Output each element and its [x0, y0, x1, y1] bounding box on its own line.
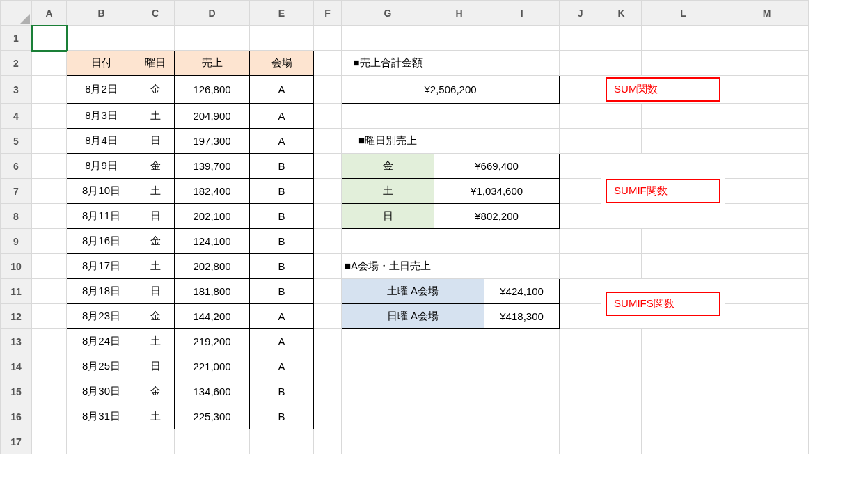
row-header-6[interactable]: 6	[1, 154, 32, 179]
cell-C14[interactable]: 日	[136, 354, 175, 379]
cell-M11[interactable]	[725, 279, 809, 304]
cell-A10[interactable]	[32, 254, 67, 279]
cell-B2[interactable]: 日付	[67, 51, 136, 76]
cell-D17[interactable]	[175, 429, 250, 454]
cell-F13[interactable]	[314, 329, 342, 354]
cell-K10[interactable]	[601, 254, 642, 279]
cell-F14[interactable]	[314, 354, 342, 379]
cell-L16[interactable]	[642, 404, 725, 429]
cell-B4[interactable]: 8月3日	[67, 104, 136, 129]
cell-D8[interactable]: 202,100	[175, 204, 250, 229]
cell-B9[interactable]: 8月16日	[67, 229, 136, 254]
cell-M7[interactable]	[725, 179, 809, 204]
cell-M1[interactable]	[725, 26, 809, 51]
column-header-J[interactable]: J	[560, 1, 601, 26]
cell-I11[interactable]: ¥424,100	[484, 279, 560, 304]
cell-A7[interactable]	[32, 179, 67, 204]
cell-D1[interactable]	[175, 26, 250, 51]
cell-A13[interactable]	[32, 329, 67, 354]
cell-M8[interactable]	[725, 204, 809, 229]
cell-G12[interactable]: 日曜 A会場	[342, 304, 484, 329]
cell-F4[interactable]	[314, 104, 342, 129]
cell-A8[interactable]	[32, 204, 67, 229]
cell-F10[interactable]	[314, 254, 342, 279]
cell-K15[interactable]	[601, 379, 642, 404]
cell-K5[interactable]	[601, 129, 642, 154]
cell-M9[interactable]	[725, 229, 809, 254]
cell-H8[interactable]: ¥802,200	[434, 204, 560, 229]
cell-G9[interactable]	[342, 229, 434, 254]
column-header-M[interactable]: M	[725, 1, 809, 26]
cell-F7[interactable]	[314, 179, 342, 204]
cell-J2[interactable]	[560, 51, 601, 76]
cell-A14[interactable]	[32, 354, 67, 379]
cell-C15[interactable]: 金	[136, 379, 175, 404]
cell-B17[interactable]	[67, 429, 136, 454]
cell-J9[interactable]	[560, 229, 601, 254]
cell-E5[interactable]: A	[250, 129, 314, 154]
cell-J11[interactable]	[560, 279, 601, 304]
cell-D7[interactable]: 182,400	[175, 179, 250, 204]
row-header-8[interactable]: 8	[1, 204, 32, 229]
cell-I14[interactable]	[484, 354, 560, 379]
column-header-L[interactable]: L	[642, 1, 725, 26]
cell-B6[interactable]: 8月9日	[67, 154, 136, 179]
cell-E15[interactable]: B	[250, 379, 314, 404]
cell-A17[interactable]	[32, 429, 67, 454]
cell-J1[interactable]	[560, 26, 601, 51]
cell-E1[interactable]	[250, 26, 314, 51]
cell-D12[interactable]: 144,200	[175, 304, 250, 329]
cell-C17[interactable]	[136, 429, 175, 454]
cell-G16[interactable]	[342, 404, 434, 429]
cell-I1[interactable]	[484, 26, 560, 51]
cell-M15[interactable]	[725, 379, 809, 404]
cell-H1[interactable]	[434, 26, 484, 51]
cell-D16[interactable]: 225,300	[175, 404, 250, 429]
cell-C9[interactable]: 金	[136, 229, 175, 254]
cell-D6[interactable]: 139,700	[175, 154, 250, 179]
cell-G1[interactable]	[342, 26, 434, 51]
row-header-15[interactable]: 15	[1, 379, 32, 404]
column-header-G[interactable]: G	[342, 1, 434, 26]
cell-H7[interactable]: ¥1,034,600	[434, 179, 560, 204]
cell-D13[interactable]: 219,200	[175, 329, 250, 354]
cell-H14[interactable]	[434, 354, 484, 379]
cell-A2[interactable]	[32, 51, 67, 76]
cell-I4[interactable]	[484, 104, 560, 129]
cell-H10[interactable]	[434, 254, 484, 279]
cell-M4[interactable]	[725, 104, 809, 129]
cell-B11[interactable]: 8月18日	[67, 279, 136, 304]
cell-J4[interactable]	[560, 104, 601, 129]
cell-I12[interactable]: ¥418,300	[484, 304, 560, 329]
cell-B3[interactable]: 8月2日	[67, 76, 136, 104]
cell-H16[interactable]	[434, 404, 484, 429]
cell-M3[interactable]	[725, 76, 809, 104]
cell-F2[interactable]	[314, 51, 342, 76]
cell-F1[interactable]	[314, 26, 342, 51]
cell-D10[interactable]: 202,800	[175, 254, 250, 279]
cell-A3[interactable]	[32, 76, 67, 104]
cell-E3[interactable]: A	[250, 76, 314, 104]
row-header-10[interactable]: 10	[1, 254, 32, 279]
cell-H6[interactable]: ¥669,400	[434, 154, 560, 179]
cell-M13[interactable]	[725, 329, 809, 354]
column-header-F[interactable]: F	[314, 1, 342, 26]
cell-B5[interactable]: 8月4日	[67, 129, 136, 154]
cell-H5[interactable]	[434, 129, 484, 154]
cell-E10[interactable]: B	[250, 254, 314, 279]
cell-A16[interactable]	[32, 404, 67, 429]
cell-J13[interactable]	[560, 329, 601, 354]
cell-F16[interactable]	[314, 404, 342, 429]
cell-E16[interactable]: B	[250, 404, 314, 429]
column-header-I[interactable]: I	[484, 1, 560, 26]
cell-L5[interactable]	[642, 129, 725, 154]
cell-B1[interactable]	[67, 26, 136, 51]
cell-B7[interactable]: 8月10日	[67, 179, 136, 204]
row-header-11[interactable]: 11	[1, 279, 32, 304]
cell-C16[interactable]: 土	[136, 404, 175, 429]
row-header-7[interactable]: 7	[1, 179, 32, 204]
cell-M16[interactable]	[725, 404, 809, 429]
cell-K17[interactable]	[601, 429, 642, 454]
cell-E9[interactable]: B	[250, 229, 314, 254]
column-header-A[interactable]: A	[32, 1, 67, 26]
